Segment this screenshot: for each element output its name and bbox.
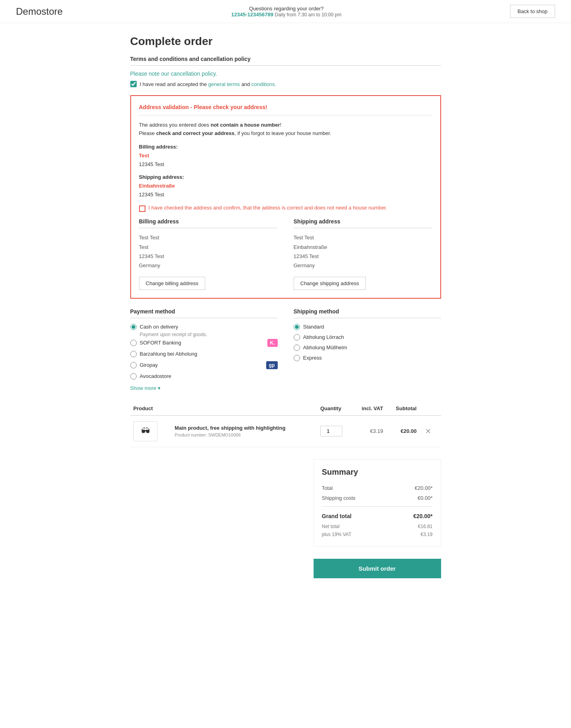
payment-radio-barzahlung[interactable] xyxy=(130,351,137,357)
summary-vat-row: plus 19% VAT €3.19 xyxy=(322,530,433,538)
payment-radio-sofort[interactable] xyxy=(130,340,137,346)
shipping-address-lines: Test Test Einbahnstraße 12345 Test Germa… xyxy=(294,233,432,270)
summary-grand-total-row: Grand total €20.00* xyxy=(322,510,433,523)
support-hours: Daily from 7:30 am to 10:00 pm xyxy=(275,12,341,18)
product-number: Product number: SWDEMO10006 xyxy=(175,432,314,437)
summary-total-label: Total xyxy=(322,485,333,491)
shipping-option-mullheim[interactable]: Abholung Müllheim xyxy=(294,344,441,351)
address-confirm-row: I have checked the address and confirm, … xyxy=(139,205,432,212)
cancellation-policy-link[interactable]: Please note our cancellation policy. xyxy=(130,70,217,77)
payment-option-cash[interactable]: Cash on delivery xyxy=(130,324,278,330)
payment-label-barzahlung: Barzahlung bei Abholung xyxy=(140,351,278,357)
col-product: Product xyxy=(130,403,317,416)
shipping-radio-express[interactable] xyxy=(294,355,300,361)
summary-net-label: Net total xyxy=(322,524,340,529)
shipping-option-standard[interactable]: Standard xyxy=(294,324,441,330)
shipping-method-col: Shipping method Standard Abholung Lörrac… xyxy=(286,308,441,391)
shipping-label-standard: Standard xyxy=(303,324,441,330)
summary-net-value: €16.81 xyxy=(418,524,433,529)
terms-acceptance-row: I have read and accepted the general ter… xyxy=(130,81,441,87)
table-row: 🕶 Main product, free shipping with highl… xyxy=(130,415,441,447)
billing-address-col: Billing address Test Test Test 12345 Tes… xyxy=(139,218,286,290)
payment-label-cash: Cash on delivery xyxy=(140,324,278,330)
terms-text: I have read and accepted the general ter… xyxy=(140,81,277,87)
terms-checkbox[interactable] xyxy=(130,81,137,87)
payment-method-col: Payment method Cash on delivery Payment … xyxy=(130,308,286,391)
show-more-label: Show more xyxy=(130,385,157,391)
shipping-address-title: Shipping address xyxy=(294,218,432,228)
summary-grand-value: €20.00* xyxy=(413,513,432,519)
product-image-cell: 🕶 xyxy=(130,415,168,447)
summary-grand-label: Grand total xyxy=(322,513,352,519)
logo-bold: Demo xyxy=(16,6,41,17)
payment-option-barzahlung[interactable]: Barzahlung bei Abholung xyxy=(130,351,278,357)
chevron-down-icon: ▾ xyxy=(158,385,161,391)
billing-address-highlight: Billing address: Test 12345 Test xyxy=(139,143,432,169)
payment-label-giropay: Giropay xyxy=(140,362,263,368)
col-vat: incl. VAT xyxy=(352,403,386,416)
quantity-input[interactable] xyxy=(320,426,342,436)
payment-option-sofort[interactable]: SOFORT Banking K. xyxy=(130,339,278,347)
remove-product-button[interactable]: ✕ xyxy=(423,427,434,436)
payment-method-title: Payment method xyxy=(130,308,278,318)
product-table: Product Quantity incl. VAT Subtotal 🕶 Ma… xyxy=(130,403,441,447)
payment-radio-cash[interactable] xyxy=(130,324,137,330)
shipping-label-mullheim: Abholung Müllheim xyxy=(303,344,441,350)
terms-section: Terms and conditions and cancellation po… xyxy=(130,56,441,87)
shipping-radio-loerrach[interactable] xyxy=(294,334,300,341)
logo: Demostore xyxy=(16,6,63,17)
change-billing-address-button[interactable]: Change billing address xyxy=(139,277,205,290)
col-subtotal: Subtotal xyxy=(386,403,420,416)
klarna-badge: K. xyxy=(267,339,278,347)
payment-label-avocado: Avocadostore xyxy=(140,373,278,379)
shipping-method-title: Shipping method xyxy=(294,308,441,318)
summary-shipping-row: Shipping costs €0.00* xyxy=(322,493,433,503)
shipping-address-highlight: Shipping address: Einbahnstraße 12345 Te… xyxy=(139,173,432,199)
validation-title: Address validation - Please check your a… xyxy=(139,104,432,115)
summary-section: Summary Total €20.00* Shipping costs €0.… xyxy=(130,459,441,547)
main-content: Complete order Terms and conditions and … xyxy=(122,23,449,602)
product-info-cell: Main product, free shipping with highlig… xyxy=(167,415,317,447)
summary-vat-label: plus 19% VAT xyxy=(322,532,351,537)
change-shipping-address-button[interactable]: Change shipping address xyxy=(294,277,366,290)
general-terms-link[interactable]: general terms xyxy=(208,81,240,87)
support-label: Questions regarding your order? xyxy=(231,6,341,12)
shipping-option-loerrach[interactable]: Abholung Lörrach xyxy=(294,334,441,341)
payment-option-giropay[interactable]: Giropay gp xyxy=(130,361,278,369)
summary-total-row: Total €20.00* xyxy=(322,483,433,493)
payment-radio-giropay[interactable] xyxy=(130,362,137,368)
shipping-option-express[interactable]: Express xyxy=(294,355,441,361)
conditions-link[interactable]: conditions. xyxy=(251,81,276,87)
phone-number: 12345-123456789 xyxy=(231,12,273,18)
product-name: Main product, free shipping with highlig… xyxy=(175,425,314,431)
product-info: Main product, free shipping with highlig… xyxy=(171,425,314,437)
billing-address-lines: Test Test Test 12345 Test Germany xyxy=(139,233,278,270)
payment-radio-avocado[interactable] xyxy=(130,373,137,380)
product-vat-cell: €3.19 xyxy=(352,415,386,447)
shipping-radio-standard[interactable] xyxy=(294,324,300,330)
shipping-radio-mullheim[interactable] xyxy=(294,344,300,351)
validation-message-1: The address you entered does not contain… xyxy=(139,121,432,138)
submit-order-button[interactable]: Submit order xyxy=(314,559,441,578)
back-to-shop-button[interactable]: Back to shop xyxy=(510,5,555,18)
page-title: Complete order xyxy=(130,35,441,48)
summary-shipping-value: €0.00* xyxy=(418,495,433,501)
address-columns: Billing address Test Test Test 12345 Tes… xyxy=(139,218,432,290)
payment-option-avocado[interactable]: Avocadostore xyxy=(130,373,278,380)
address-confirm-checkbox[interactable] xyxy=(139,205,145,212)
terms-section-title: Terms and conditions and cancellation po… xyxy=(130,56,441,66)
product-remove-cell: ✕ xyxy=(420,415,441,447)
logo-normal: store xyxy=(41,6,63,17)
address-confirm-text: I have checked the address and confirm, … xyxy=(149,205,387,211)
summary-shipping-label: Shipping costs xyxy=(322,495,356,501)
col-quantity: Quantity xyxy=(317,403,352,416)
summary-net-row: Net total €16.81 xyxy=(322,523,433,530)
submit-section: Submit order xyxy=(130,559,441,578)
summary-vat-value: €3.19 xyxy=(420,532,432,537)
header: Demostore Questions regarding your order… xyxy=(0,0,571,23)
show-more-link[interactable]: Show more ▾ xyxy=(130,385,161,391)
product-quantity-cell xyxy=(317,415,352,447)
shipping-address-col: Shipping address Test Test Einbahnstraße… xyxy=(286,218,432,290)
shipping-label-express: Express xyxy=(303,355,441,361)
summary-total-value: €20.00* xyxy=(415,485,433,491)
